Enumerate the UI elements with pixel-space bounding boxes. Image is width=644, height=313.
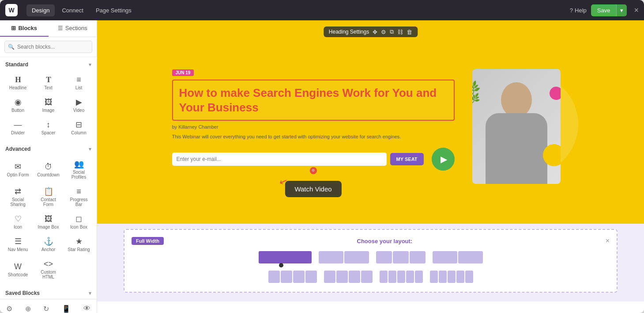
layout-option-2col-split[interactable] [431,249,485,265]
footer-refresh-icon[interactable]: ↻ [41,303,51,313]
canvas-area: Heading Settings ✥ ⚙ ⧉ ⛓ 🗑 JUN 19 [97,20,644,313]
hero-heading-box[interactable]: How to make Search Engines Work for You … [172,80,455,121]
icon-icon: ♡ [15,215,22,223]
layout-option-5col[interactable] [378,269,425,285]
layout-picker-wrapper: Full Width Choose your layout: × [97,224,644,302]
move-icon[interactable]: ✥ [373,29,377,35]
app-window: W Design Connect Page Settings ? Help Sa… [0,0,644,313]
shortcode-icon: W [14,263,22,271]
advanced-section-header[interactable]: Advanced ▾ [0,141,97,155]
block-icon-box[interactable]: ◻ Icon Box [64,211,93,232]
advanced-chevron-icon: ▾ [89,146,91,152]
layout-option-3col[interactable] [374,249,427,265]
social-sharing-icon: ⇄ [15,187,21,195]
block-countdown[interactable]: ⏱ Countdown [34,156,63,182]
block-text[interactable]: 𝐓 Text [34,72,63,93]
settings-icon[interactable]: ⚙ [381,29,386,35]
search-box: 🔍 [0,37,97,57]
anchor-icon: ⚓ [44,237,53,245]
custom-html-icon: <> [44,260,53,268]
hero-left: JUN 19 How to make Search Engines Work f… [172,69,455,171]
hero-content: JUN 19 How to make Search Engines Work f… [172,69,569,184]
star-rating-icon: ★ [75,237,83,245]
layout-option-4col[interactable] [267,269,319,285]
badge-icons: ✥ ⚙ ⧉ ⛓ 🗑 [373,28,412,35]
block-icon[interactable]: ♡ Icon [4,211,32,232]
block-image[interactable]: 🖼 Image [34,95,63,115]
block-nav-menu[interactable]: ☰ Nav Menu [4,234,32,255]
layout-row-1 [132,249,610,265]
nav-page-settings[interactable]: Page Settings [90,4,137,16]
event-date-badge: JUN 19 [172,69,194,76]
footer-add-icon[interactable]: ⊕ [23,303,33,313]
trash-icon[interactable]: 🗑 [407,29,412,35]
block-spacer[interactable]: ↕ Spacer [34,117,63,138]
save-button[interactable]: Save [591,4,617,16]
close-button[interactable]: × [634,6,639,15]
block-button[interactable]: ◉ Button [4,95,32,115]
standard-chevron-icon: ▾ [89,62,91,68]
image-box-icon: 🖼 [45,215,53,223]
hero-byline: by Killarney Chamber [172,124,455,130]
top-nav: Design Connect Page Settings [26,4,137,16]
layout-option-1col[interactable] [257,249,313,265]
saved-section-header[interactable]: Saved Blocks ▾ [0,286,97,299]
top-bar-right: ? Help Save ▾ × [570,4,639,16]
saved-chevron-icon: ▾ [89,290,91,296]
play-button[interactable] [432,148,455,171]
footer-gear-icon[interactable]: ⚙ [4,303,14,313]
help-button[interactable]: ? Help [570,7,587,14]
button-icon: ◉ [15,98,22,106]
block-social-profiles[interactable]: 👥 Social Profiles [64,156,93,182]
block-list[interactable]: ≡ List [64,72,93,93]
close-layout-button[interactable]: × [606,237,610,245]
block-custom-html[interactable]: <> Custom HTML [34,256,63,282]
footer-eye-icon[interactable]: 👁 [82,303,92,313]
block-video[interactable]: ▶ Video [64,95,93,115]
main-layout: ⊞ Blocks ☰ Sections 🔍 Standard ▾ [0,20,644,313]
tab-sections[interactable]: ☰ Sections [49,20,97,37]
footer-mobile-icon[interactable]: 📱 [60,303,72,313]
standard-section-header[interactable]: Standard ▾ [0,57,97,70]
layout-option-4col-b[interactable] [322,269,374,285]
layout-option-2col[interactable] [317,249,371,265]
pink-circle-decoration [550,87,561,100]
block-contact-form[interactable]: 📋 Contact Form [34,184,63,210]
full-width-badge[interactable]: Full Width [132,237,164,245]
block-anchor[interactable]: ⚓ Anchor [34,234,63,255]
app-logo: W [5,4,18,16]
divider-icon: — [14,121,22,129]
block-optin-form[interactable]: ✉ Optin Form [4,156,32,182]
contact-form-icon: 📋 [44,187,53,195]
layout-option-5col-b[interactable] [428,269,475,285]
block-progress-bar[interactable]: ≡ Progress Bar [64,184,93,210]
reserve-seat-button[interactable]: MY SEAT [390,153,424,165]
layout-options [132,249,610,285]
standard-blocks-grid: 𝐇 Headline 𝐓 Text ≡ List ◉ Button 🖼 [0,70,97,141]
countdown-icon: ⏱ [45,163,53,171]
heading-settings-badge: Heading Settings ✥ ⚙ ⧉ ⛓ 🗑 [324,27,418,37]
sidebar-tabs: ⊞ Blocks ☰ Sections [0,20,97,37]
block-shortcode[interactable]: W Shortcode [4,256,32,282]
save-dropdown-button[interactable]: ▾ [616,4,627,16]
search-icon: 🔍 [8,44,15,50]
help-icon: ? [570,7,573,14]
link-icon[interactable]: ⛓ [397,29,403,35]
block-column[interactable]: ⊟ Column [64,117,93,138]
heading-resize-handle[interactable] [310,167,317,174]
tab-blocks[interactable]: ⊞ Blocks [0,20,49,37]
social-profiles-icon: 👥 [74,160,84,168]
block-social-sharing[interactable]: ⇄ Social Sharing [4,184,32,210]
nav-design[interactable]: Design [26,4,55,16]
hero-description: This Webinar will cover everything you n… [172,133,455,141]
nav-connect[interactable]: Connect [56,4,88,16]
search-input[interactable] [4,41,92,53]
block-star-rating[interactable]: ★ Star Rating [64,234,93,255]
block-headline[interactable]: 𝐇 Headline [4,72,32,93]
block-image-box[interactable]: 🖼 Image Box [34,211,63,232]
watch-video-tooltip[interactable]: Watch Video [285,181,341,197]
block-divider[interactable]: — Divider [4,117,32,138]
copy-icon[interactable]: ⧉ [390,28,394,35]
hero-email-input[interactable] [172,153,387,166]
layout-picker: Full Width Choose your layout: × [124,229,618,293]
